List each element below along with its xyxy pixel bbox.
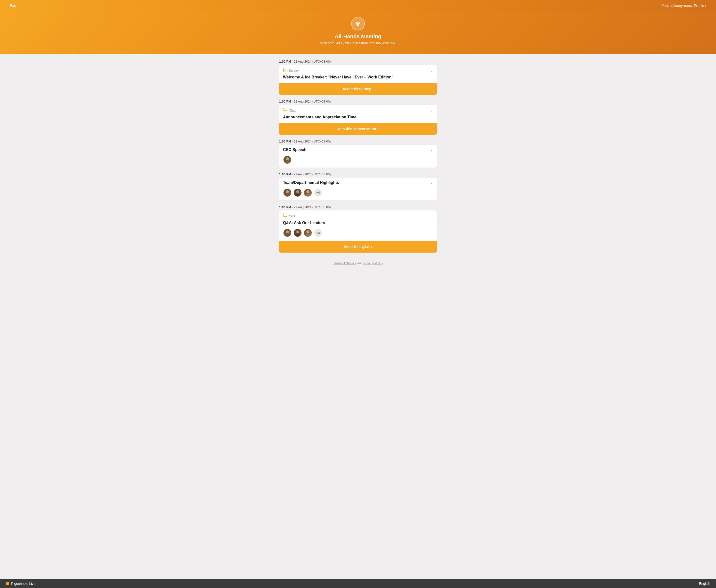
profile-chevron-icon: › (705, 4, 706, 7)
svg-point-14 (295, 194, 300, 196)
session-4-time: 1:00 PM · 22 Aug 2024 (UTC+08:00) (279, 172, 437, 176)
avatar (303, 229, 312, 237)
session-5-type-badge: Q&A (283, 213, 295, 219)
enter-qa-button[interactable]: Enter this Q&A › (279, 241, 437, 253)
session-4-card: Team/Departmental Highlights ⌄ (279, 177, 437, 201)
session-1-type-label: Survey (289, 69, 299, 72)
session-2-collapse-icon[interactable]: ⌄ (430, 108, 433, 112)
session-3-card: CEO Speech ⌄ (279, 145, 437, 168)
session-1-card: Survey ⌄ Welcome & Ice Breaker: "Never H… (279, 65, 437, 95)
terms-of-service-link[interactable]: Terms of Service (333, 261, 357, 265)
session-5-title: Q&A: Ask Our Leaders (279, 221, 437, 229)
avatar-extra-count: +4 (314, 188, 322, 197)
person-avatar-icon (284, 189, 291, 196)
session-4-avatars: +4 (279, 188, 437, 201)
session-3-avatars (279, 155, 437, 168)
session-2-type-badge: Chat (283, 108, 295, 113)
svg-point-21 (295, 234, 300, 236)
session-2-type-label: Chat (289, 109, 295, 112)
svg-point-19 (285, 234, 290, 236)
avatar (283, 188, 292, 197)
sessions-list: 1:00 PM · 22 Aug 2024 (UTC+08:00) Survey (275, 60, 441, 573)
hero-subtitle: Welcome! All available sessions are show… (320, 41, 396, 45)
session-5-time: 1:00 PM · 22 Aug 2024 (UTC+08:00) (279, 205, 437, 209)
session-5-card: Q&A ⌄ Q&A: Ask Our Leaders (279, 210, 437, 253)
profile-link[interactable]: You're Anonymous. Profile › (661, 3, 706, 7)
session-4-collapse-icon[interactable]: ⌄ (430, 181, 433, 185)
brand-footer: Pigeonhole Live (6, 582, 36, 586)
svg-rect-17 (283, 214, 287, 216)
session-5-header: Q&A ⌄ (279, 210, 437, 221)
exit-link[interactable]: Exit (10, 3, 16, 7)
svg-point-4 (358, 21, 359, 22)
session-2-card: Chat ⌄ Announcements and Appreciation Ti… (279, 105, 437, 135)
join-conversation-button[interactable]: Join this conversation › (279, 123, 437, 135)
session-5-type-label: Q&A (289, 214, 295, 218)
privacy-policy-link[interactable]: Privacy Policy (363, 261, 383, 265)
svg-point-1 (357, 21, 359, 23)
hero-title: All-Hands Meeting (335, 34, 381, 40)
avatar (293, 188, 302, 197)
avatar (303, 188, 312, 197)
svg-point-23 (306, 234, 310, 236)
svg-point-10 (285, 161, 290, 163)
session-4-header: Team/Departmental Highlights ⌄ (279, 177, 437, 188)
session-3-title: CEO Speech (283, 148, 307, 152)
brand-name: Pigeonhole Live (11, 582, 36, 586)
profile-label: You're Anonymous. Profile (661, 3, 704, 7)
qa-icon (283, 213, 287, 219)
footer-links: Terms of Service and Privacy Policy (279, 257, 437, 267)
person-avatar-icon (284, 156, 291, 163)
svg-point-18 (286, 230, 289, 233)
person-avatar-icon (284, 229, 291, 236)
svg-point-9 (286, 158, 289, 160)
top-nav: Exit You're Anonymous. Profile › (0, 0, 716, 11)
session-chat: 1:00 PM · 22 Aug 2024 (UTC+08:00) Chat ⌄… (279, 100, 437, 135)
session-2-title: Announcements and Appreciation Time (279, 115, 437, 123)
person-avatar-icon (294, 229, 301, 236)
svg-rect-7 (284, 70, 286, 70)
session-3-time: 1:00 PM · 22 Aug 2024 (UTC+08:00) (279, 140, 437, 143)
svg-point-12 (285, 194, 290, 196)
session-2-header: Chat ⌄ (279, 105, 437, 115)
session-1-header: Survey ⌄ (279, 65, 437, 75)
survey-icon (283, 68, 287, 73)
session-survey: 1:00 PM · 22 Aug 2024 (UTC+08:00) Survey (279, 60, 437, 95)
svg-point-20 (296, 230, 299, 233)
session-1-title: Welcome & Ice Breaker: "Never Have I Eve… (279, 75, 437, 83)
cta-chevron-icon: › (373, 87, 374, 91)
brand-dot-icon (6, 582, 9, 585)
bottom-bar: Pigeonhole Live English (0, 579, 716, 588)
svg-point-16 (306, 194, 310, 196)
session-1-collapse-icon[interactable]: ⌄ (430, 68, 433, 72)
avatar (283, 229, 292, 237)
language-selector[interactable]: English (699, 582, 710, 586)
cta-chevron-icon: › (378, 127, 379, 131)
svg-rect-8 (284, 70, 286, 71)
session-1-type-badge: Survey (283, 68, 299, 73)
person-avatar-icon (304, 189, 311, 196)
svg-rect-6 (284, 69, 286, 69)
session-5-avatars: +3 (279, 229, 437, 241)
avatar-extra-count: +3 (314, 229, 322, 237)
avatar (293, 229, 302, 237)
pigeonhole-logo-icon (354, 20, 362, 27)
svg-point-13 (296, 190, 299, 193)
session-5-collapse-icon[interactable]: ⌄ (430, 214, 433, 218)
session-3-collapse-icon[interactable]: ⌄ (430, 148, 433, 152)
hero-section: All-Hands Meeting Welcome! All available… (0, 11, 716, 54)
chat-icon (283, 108, 287, 113)
svg-point-11 (286, 190, 289, 193)
take-survey-button[interactable]: Take this Survey › (279, 83, 437, 95)
person-avatar-icon (304, 229, 311, 236)
svg-point-15 (307, 190, 309, 193)
person-avatar-icon (294, 189, 301, 196)
session-1-time: 1:00 PM · 22 Aug 2024 (UTC+08:00) (279, 60, 437, 63)
cta-chevron-icon: › (371, 245, 372, 249)
session-2-time: 1:00 PM · 22 Aug 2024 (UTC+08:00) (279, 100, 437, 103)
session-team: 1:00 PM · 22 Aug 2024 (UTC+08:00) Team/D… (279, 172, 437, 201)
avatar (283, 155, 292, 164)
session-qa: 1:00 PM · 22 Aug 2024 (UTC+08:00) Q&A ⌄ … (279, 205, 437, 253)
session-3-header: CEO Speech ⌄ (279, 145, 437, 155)
svg-point-22 (307, 230, 309, 233)
